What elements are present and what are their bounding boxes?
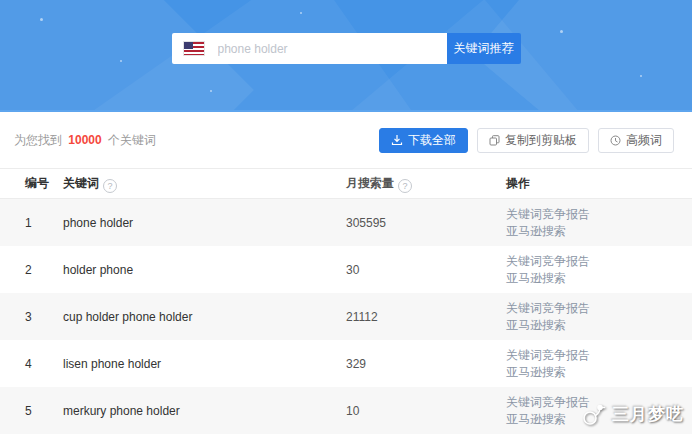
help-question-icon[interactable]: ? bbox=[398, 179, 412, 193]
header-keyword: 关键词? bbox=[63, 175, 346, 193]
keyword-recommend-button[interactable]: 关键词推荐 bbox=[447, 33, 521, 64]
table-row: 5 merkury phone holder 10 关键词竞争报告 亚马逊搜索 bbox=[0, 387, 692, 434]
table-row: 2 holder phone 30 关键词竞争报告 亚马逊搜索 bbox=[0, 246, 692, 293]
table-row: 4 lisen phone holder 329 关键词竞争报告 亚马逊搜索 bbox=[0, 340, 692, 387]
amazon-search-link[interactable]: 亚马逊搜索 bbox=[506, 412, 692, 427]
header-volume-label: 月搜索量 bbox=[346, 176, 394, 190]
volume-cell: 30 bbox=[346, 263, 506, 277]
header-keyword-label: 关键词 bbox=[63, 176, 99, 190]
competition-report-link[interactable]: 关键词竞争报告 bbox=[506, 348, 692, 363]
keyword-cell: merkury phone holder bbox=[63, 404, 346, 418]
amazon-search-link[interactable]: 亚马逊搜索 bbox=[506, 318, 692, 333]
table-row: 1 phone holder 305595 关键词竞争报告 亚马逊搜索 bbox=[0, 199, 692, 246]
volume-cell: 329 bbox=[346, 357, 506, 371]
search-box bbox=[172, 33, 447, 64]
row-index: 2 bbox=[0, 263, 63, 277]
copy-to-clipboard-label: 复制到剪贴板 bbox=[505, 132, 577, 149]
volume-cell: 21112 bbox=[346, 310, 506, 324]
toolbar-buttons: 下载全部 复制到剪贴板 高频词 bbox=[379, 128, 674, 153]
keyword-cell: lisen phone holder bbox=[63, 357, 346, 371]
toolbar: 为您找到 10000 个关键词 下载全部 复制到剪贴板 高频词 bbox=[0, 127, 692, 153]
action-cell: 关键词竞争报告 亚马逊搜索 bbox=[506, 301, 692, 333]
action-cell: 关键词竞争报告 亚马逊搜索 bbox=[506, 207, 692, 239]
action-cell: 关键词竞争报告 亚马逊搜索 bbox=[506, 254, 692, 286]
amazon-search-link[interactable]: 亚马逊搜索 bbox=[506, 271, 692, 286]
result-summary: 为您找到 10000 个关键词 bbox=[14, 132, 156, 149]
volume-cell: 305595 bbox=[346, 216, 506, 230]
keyword-cell: phone holder bbox=[63, 216, 346, 230]
competition-report-link[interactable]: 关键词竞争报告 bbox=[506, 207, 692, 222]
amazon-search-link[interactable]: 亚马逊搜索 bbox=[506, 365, 692, 380]
amazon-search-link[interactable]: 亚马逊搜索 bbox=[506, 224, 692, 239]
keyword-cell: holder phone bbox=[63, 263, 346, 277]
search-bar: 关键词推荐 bbox=[0, 33, 692, 64]
action-cell: 关键词竞争报告 亚马逊搜索 bbox=[506, 348, 692, 380]
download-icon bbox=[391, 134, 403, 146]
table-row: 3 cup holder phone holder 21112 关键词竞争报告 … bbox=[0, 293, 692, 340]
competition-report-link[interactable]: 关键词竞争报告 bbox=[506, 301, 692, 316]
clock-icon bbox=[610, 135, 621, 146]
result-prefix: 为您找到 bbox=[14, 133, 62, 147]
row-index: 4 bbox=[0, 357, 63, 371]
header-volume: 月搜索量? bbox=[346, 175, 506, 193]
volume-cell: 10 bbox=[346, 404, 506, 418]
table-header-row: 编号 关键词? 月搜索量? 操作 bbox=[0, 168, 692, 199]
copy-to-clipboard-button[interactable]: 复制到剪贴板 bbox=[477, 128, 589, 153]
keyword-cell: cup holder phone holder bbox=[63, 310, 346, 324]
competition-report-link[interactable]: 关键词竞争报告 bbox=[506, 254, 692, 269]
high-frequency-words-label: 高频词 bbox=[626, 132, 662, 149]
search-input[interactable] bbox=[216, 41, 447, 57]
banner-dot bbox=[640, 75, 642, 77]
result-count: 10000 bbox=[68, 133, 101, 147]
row-index: 5 bbox=[0, 404, 63, 418]
help-question-icon[interactable]: ? bbox=[103, 179, 117, 193]
download-all-button[interactable]: 下载全部 bbox=[379, 128, 468, 153]
row-index: 3 bbox=[0, 310, 63, 324]
competition-report-link[interactable]: 关键词竞争报告 bbox=[506, 395, 692, 410]
us-flag-icon[interactable] bbox=[184, 42, 204, 55]
download-all-label: 下载全部 bbox=[408, 132, 456, 149]
copy-icon bbox=[489, 135, 500, 146]
banner-dot bbox=[40, 18, 43, 21]
banner-dot bbox=[210, 90, 212, 92]
result-suffix: 个关键词 bbox=[108, 133, 156, 147]
keyword-table: 编号 关键词? 月搜索量? 操作 1 phone holder 305595 关… bbox=[0, 168, 692, 434]
row-index: 1 bbox=[0, 216, 63, 230]
table-body: 1 phone holder 305595 关键词竞争报告 亚马逊搜索 2 ho… bbox=[0, 199, 692, 434]
header-action: 操作 bbox=[506, 175, 692, 192]
high-frequency-words-button[interactable]: 高频词 bbox=[598, 128, 674, 153]
banner-dot bbox=[300, 12, 302, 14]
action-cell: 关键词竞争报告 亚马逊搜索 bbox=[506, 395, 692, 427]
header-index: 编号 bbox=[0, 175, 63, 192]
